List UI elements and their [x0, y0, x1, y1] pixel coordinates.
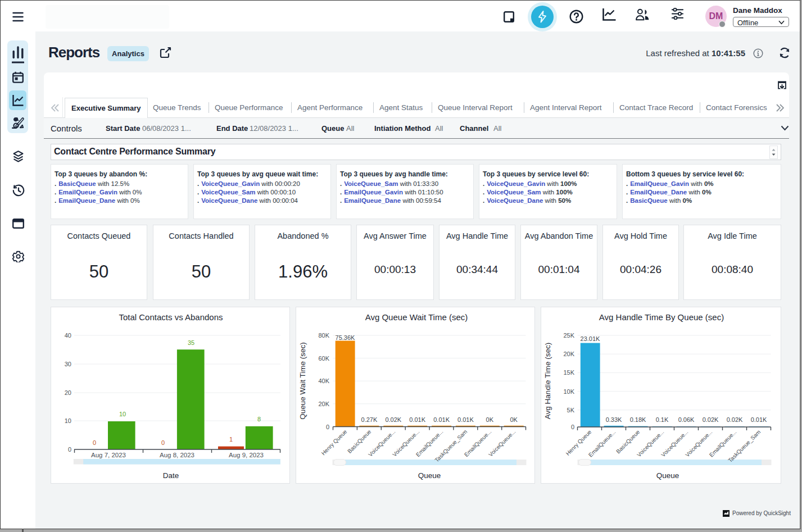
- svg-text:10K: 10K: [563, 388, 574, 395]
- svg-text:Avg Handle Time (sec): Avg Handle Time (sec): [543, 343, 552, 419]
- svg-text:40: 40: [65, 332, 71, 339]
- svg-text:Henry Queue: Henry Queue: [320, 428, 348, 456]
- svg-text:10: 10: [119, 411, 126, 417]
- svg-text:Queue: Queue: [418, 471, 441, 480]
- svg-text:25K: 25K: [563, 332, 574, 339]
- svg-text:0.33K: 0.33K: [606, 416, 622, 423]
- svg-text:60K: 60K: [318, 355, 329, 362]
- svg-text:BasicQueue: BasicQueue: [615, 429, 641, 455]
- svg-text:20K: 20K: [318, 401, 329, 407]
- svg-text:30: 30: [65, 361, 71, 367]
- svg-text:0.02K: 0.02K: [385, 416, 401, 423]
- svg-text:0.01K: 0.01K: [433, 416, 450, 423]
- svg-text:Queue: Queue: [656, 471, 679, 480]
- svg-text:75.36K: 75.36K: [336, 334, 356, 341]
- svg-text:0.01K: 0.01K: [457, 416, 474, 423]
- svg-text:20: 20: [65, 389, 71, 396]
- svg-text:0K: 0K: [486, 416, 494, 423]
- svg-text:0.01K: 0.01K: [751, 416, 767, 423]
- svg-text:0.01K: 0.01K: [409, 416, 425, 423]
- svg-text:15K: 15K: [563, 369, 574, 376]
- svg-text:BasicQueue: BasicQueue: [346, 428, 373, 454]
- svg-text:0: 0: [161, 439, 165, 446]
- svg-text:Total Contacts vs Abandons: Total Contacts vs Abandons: [119, 312, 223, 322]
- svg-text:Aug 8, 2023: Aug 8, 2023: [160, 452, 194, 458]
- svg-text:0.1K: 0.1K: [656, 416, 669, 423]
- svg-text:20K: 20K: [563, 351, 574, 357]
- svg-text:1: 1: [229, 436, 233, 443]
- svg-text:0.06K: 0.06K: [678, 416, 695, 423]
- svg-text:0K: 0K: [510, 416, 518, 423]
- svg-text:0: 0: [571, 424, 574, 430]
- svg-text:35: 35: [188, 339, 194, 346]
- svg-text:0.18K: 0.18K: [630, 416, 646, 423]
- svg-text:0.27K: 0.27K: [361, 416, 378, 423]
- svg-text:0.02K: 0.02K: [727, 416, 743, 423]
- svg-text:Avg Handle Time By Queue (sec): Avg Handle Time By Queue (sec): [599, 312, 724, 322]
- svg-text:0: 0: [93, 439, 96, 446]
- svg-text:0: 0: [68, 446, 71, 453]
- svg-text:23.01K: 23.01K: [581, 335, 601, 342]
- svg-text:80K: 80K: [318, 332, 329, 339]
- svg-text:Aug 7, 2023: Aug 7, 2023: [91, 452, 126, 458]
- svg-text:0: 0: [326, 424, 329, 430]
- svg-text:40K: 40K: [318, 378, 329, 384]
- svg-text:10: 10: [65, 417, 71, 424]
- svg-text:Queue Wait Time (sec): Queue Wait Time (sec): [298, 342, 307, 420]
- svg-text:8: 8: [257, 416, 261, 422]
- svg-text:0.02K: 0.02K: [703, 416, 719, 423]
- svg-text:Avg Queue Wait Time (sec): Avg Queue Wait Time (sec): [365, 312, 468, 322]
- svg-text:Date: Date: [163, 471, 179, 480]
- svg-text:5K: 5K: [567, 407, 575, 413]
- svg-text:Aug 9, 2023: Aug 9, 2023: [229, 452, 264, 458]
